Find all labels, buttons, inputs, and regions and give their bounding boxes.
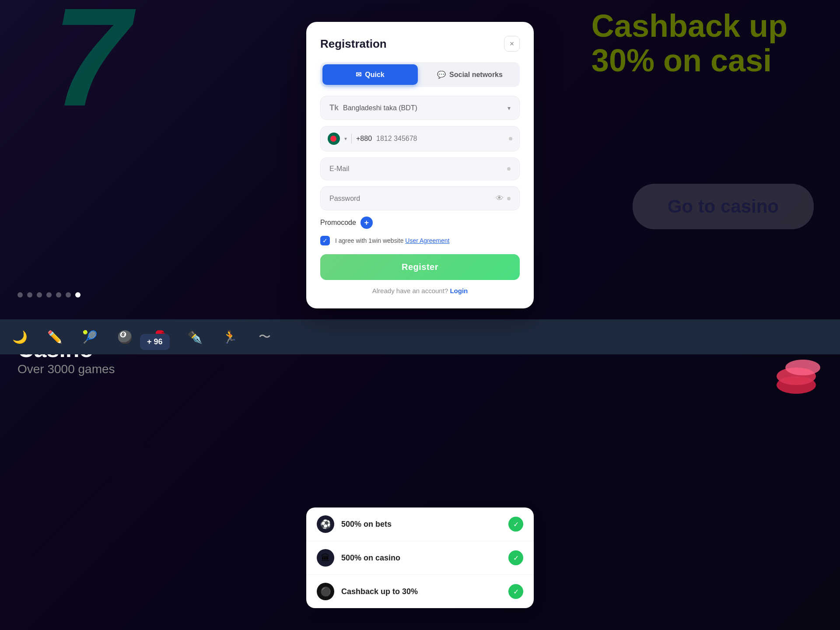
tab-quick[interactable]: ✉ Quick: [322, 64, 418, 85]
password-dot-indicator: [507, 197, 511, 200]
dot-3: [37, 292, 42, 298]
dot-1: [18, 292, 23, 298]
pagination: [18, 292, 80, 298]
envelope-icon: ✉: [356, 70, 361, 79]
sport-pen[interactable]: ✒️: [184, 326, 206, 348]
chevron-down-icon: ▾: [508, 105, 511, 112]
sport-more[interactable]: 〜: [254, 326, 276, 348]
close-button[interactable]: ×: [504, 36, 520, 52]
promo-item-bets: ⚽ 500% on bets ✓: [306, 508, 534, 541]
dot-2: [27, 292, 32, 298]
sport-billiard[interactable]: 🎱: [114, 326, 136, 348]
phone-code: +880: [356, 135, 372, 143]
flag-dropdown-icon[interactable]: ▾: [344, 136, 347, 142]
dot-5: [56, 292, 61, 298]
registration-modal: Registration × ✉ Quick 💬 Social networks…: [306, 22, 534, 308]
flag-bangladesh: [328, 133, 340, 145]
promo-cards: ⚽ 500% on bets ✓ 🏛 500% on casino ✓ ⚫ Ca…: [306, 508, 534, 608]
promo-item-cashback: ⚫ Cashback up to 30% ✓: [306, 575, 534, 608]
go-to-casino-button[interactable]: Go to casino: [633, 184, 814, 229]
sport-run[interactable]: 🏃: [219, 326, 241, 348]
promo-bets-icon: ⚽: [317, 515, 334, 533]
agreement-prefix: I agree with 1win website: [335, 237, 405, 244]
agreement-text: I agree with 1win website User Agreement: [335, 237, 449, 244]
promo-item-casino: 🏛 500% on casino ✓: [306, 541, 534, 575]
promo-bets-text: 500% on bets: [341, 520, 508, 529]
promo-casino-icon: 🏛: [317, 549, 334, 567]
chat-icon: 💬: [437, 70, 446, 79]
promo-casino-text: 500% on casino: [341, 553, 508, 563]
phone-divider: [351, 134, 352, 144]
login-link[interactable]: Login: [450, 287, 468, 294]
phone-dot-indicator: [509, 137, 512, 140]
user-agreement-link[interactable]: User Agreement: [405, 237, 449, 244]
casino-subtitle: Over 3000 games: [18, 362, 115, 376]
promocode-row: Promocode +: [320, 217, 520, 229]
promo-cashback-icon: ⚫: [317, 583, 334, 600]
sport-moon[interactable]: 🌙: [9, 326, 31, 348]
modal-header: Registration ×: [320, 36, 520, 52]
tab-social-label: Social networks: [449, 71, 503, 79]
eye-icon[interactable]: 👁: [496, 194, 504, 203]
tab-row: ✉ Quick 💬 Social networks: [320, 62, 520, 87]
promo-bets-check: ✓: [508, 517, 523, 532]
phone-input-row: ▾ +880: [320, 126, 520, 151]
promocode-label: Promocode: [320, 219, 356, 227]
dot-6: [66, 292, 71, 298]
currency-symbol: Tk: [329, 103, 339, 112]
dot-4: [46, 292, 52, 298]
promocode-add-button[interactable]: +: [360, 217, 373, 229]
promo-casino-check: ✓: [508, 550, 523, 565]
register-button[interactable]: Register: [320, 254, 520, 280]
chips-decoration: [770, 324, 822, 402]
promo-cashback-text: Cashback up to 30%: [341, 587, 508, 596]
currency-label: Bangladeshi taka (BDT): [343, 104, 503, 112]
email-input[interactable]: [320, 158, 520, 180]
flag-red: [330, 136, 336, 142]
svg-point-2: [785, 360, 820, 375]
agreement-row: ✓ I agree with 1win website User Agreeme…: [320, 236, 520, 245]
agreement-checkbox[interactable]: ✓: [320, 236, 330, 245]
email-dot-indicator: [507, 167, 511, 171]
phone-number-input[interactable]: [376, 135, 504, 143]
password-field[interactable]: [329, 195, 496, 203]
currency-select[interactable]: Tk Bangladeshi taka (BDT) ▾: [320, 96, 520, 120]
tab-quick-label: Quick: [365, 71, 384, 79]
tab-social-networks[interactable]: 💬 Social networks: [422, 64, 518, 85]
login-row: Already have an account? Login: [320, 287, 520, 294]
plus96-badge[interactable]: + 96: [140, 334, 170, 350]
modal-title: Registration: [320, 37, 387, 51]
email-field[interactable]: [329, 165, 507, 173]
sports-bar: 🌙 ✏️ 🎾 🎱 🥊 ✒️ 🏃 〜: [0, 319, 840, 354]
sport-pencil[interactable]: ✏️: [44, 326, 66, 348]
password-input[interactable]: 👁: [320, 186, 520, 210]
dot-7: [75, 292, 80, 298]
checkmark-icon: ✓: [322, 237, 328, 244]
promo-cashback-check: ✓: [508, 584, 523, 599]
already-account-text: Already have an account?: [372, 287, 448, 294]
sport-tennis[interactable]: 🎾: [79, 326, 101, 348]
